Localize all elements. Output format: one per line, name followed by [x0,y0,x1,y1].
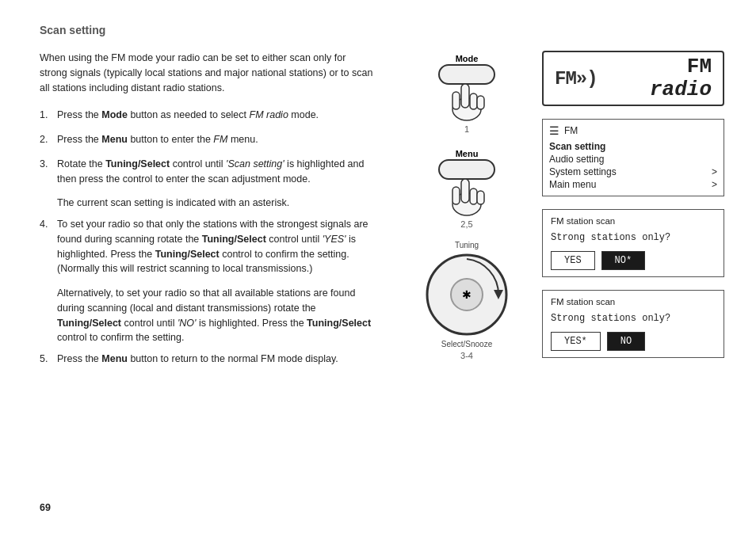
menu-item-system-settings: System settings> [549,166,717,178]
mode-step-label: 1 [464,124,469,134]
menu-item-audio-setting: Audio setting [549,153,717,166]
step-5: 5. Press the Menu button to return to th… [40,352,376,367]
menu-item-scan-setting: Scan setting [549,140,717,153]
scan-no-btn-1[interactable]: NO* [601,251,646,270]
menu-display: ☰ FM Scan setting Audio setting System s… [542,119,724,196]
scan-yes-btn-1[interactable]: YES [551,251,595,270]
svg-rect-11 [452,187,460,204]
svg-rect-13 [477,191,484,204]
fm-icon: FM») [555,68,598,89]
select-label: Select/Snooze [441,340,493,348]
scan-yes-btn-2[interactable]: YES* [551,332,601,351]
svg-text:Mode: Mode [456,54,479,63]
svg-rect-3 [461,84,469,108]
menu-icon: ☰ [549,124,559,137]
scan-title-1: FM station scan [551,216,716,226]
scan-display-1: FM station scan Strong stations only? YE… [542,209,724,277]
fm-radio-text: FM radio [650,55,712,101]
menu-button-diagram: Menu 2,5 [431,146,502,229]
tuning-step-label: 3-4 [460,351,473,360]
svg-text:Menu: Menu [456,149,479,158]
step-3-sub: The current scan setting is indicated wi… [57,196,376,211]
svg-rect-5 [470,93,477,109]
intro-text: When using the FM mode your radio can be… [40,51,376,95]
svg-rect-8 [439,160,494,179]
fm-radio-display: FM») FM radio [542,51,724,106]
svg-rect-12 [470,188,477,204]
step-1: 1. Press the Mode button as needed to se… [40,108,376,123]
scan-title-2: FM station scan [551,297,716,306]
tuning-label: Tuning [455,241,479,249]
step-4-alt: Alternatively, to set your radio so that… [57,286,376,345]
mode-button-diagram: Mode 1 [431,51,502,134]
tuning-dial-diagram: Tuning ✱ Select/Snooze [423,241,510,360]
scan-question-1: Strong stations only? [551,232,716,243]
scan-question-2: Strong stations only? [551,313,716,324]
svg-rect-6 [477,96,484,109]
step-4: 4. To set your radio so that only the st… [40,217,376,276]
menu-step-label: 2,5 [460,219,472,229]
svg-rect-10 [461,179,469,203]
scan-display-2: FM station scan Strong stations only? YE… [542,290,724,358]
svg-text:✱: ✱ [462,288,472,301]
svg-rect-1 [439,65,494,84]
page-title: Scan setting [40,24,724,36]
step-2: 2. Press the Menu button to enter the FM… [40,132,376,147]
scan-no-btn-2[interactable]: NO [607,332,645,351]
step-3: 3. Rotate the Tuning/Select control unti… [40,157,376,187]
svg-rect-4 [452,92,460,109]
menu-item-main-menu: Main menu> [549,178,717,191]
menu-header-text: FM [564,125,578,136]
page-number: 69 [40,502,51,513]
